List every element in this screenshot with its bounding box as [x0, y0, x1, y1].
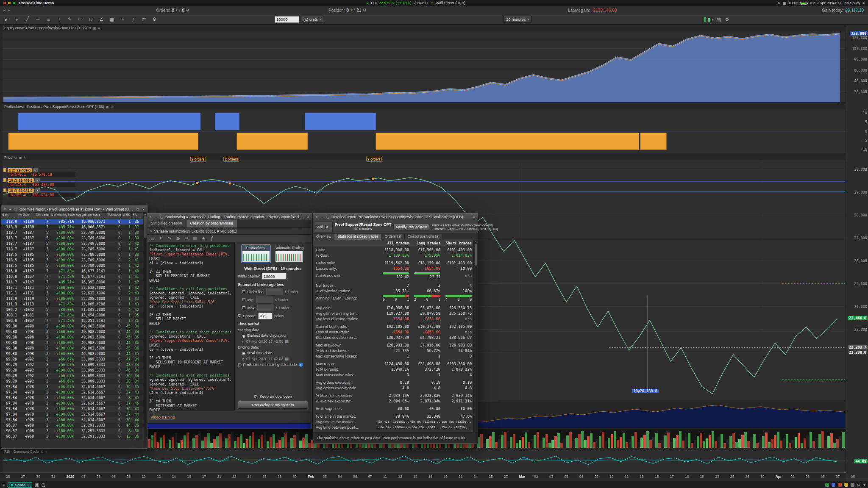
min-fee-input[interactable] — [256, 297, 273, 303]
positions-chart[interactable] — [3, 109, 845, 153]
share-button[interactable]: Share▴ — [8, 482, 32, 488]
gray-status-icon[interactable] — [851, 483, 854, 487]
collapse-icon[interactable]: − — [320, 215, 324, 219]
instrument-tab[interactable]: Wall St... — [315, 222, 333, 233]
settings-icon[interactable]: ⚙ — [14, 156, 17, 160]
minimize-window-icon[interactable] — [8, 2, 11, 4]
close-position-button[interactable]: × — [35, 178, 40, 183]
position-size-price[interactable]: 1 @ 29,489.6 — [8, 168, 32, 172]
text-tool[interactable]: T — [55, 15, 64, 23]
optimize-row[interactable]: 118.9+11897+85.71%16,986.85710137 — [1, 225, 143, 230]
equity-curve-chart[interactable] — [3, 31, 845, 103]
optimize-column-header[interactable]: Gain — [1, 213, 18, 219]
optimize-row[interactable]: 99.29+9923+66.67%33,099.333304734 — [1, 357, 143, 362]
position-settings-icon[interactable]: ⚙ — [363, 8, 366, 12]
yellow-status-icon[interactable] — [844, 483, 848, 487]
report-tab[interactable]: Closed positions list — [405, 234, 443, 240]
position-size-price[interactable]: 10 @ 29,021.9 — [8, 189, 34, 193]
info-icon[interactable]: i — [299, 363, 303, 367]
time-axis[interactable]: 2527303120200305060810131416172122242728… — [0, 472, 846, 481]
settings-icon[interactable]: ⚙ — [857, 482, 861, 487]
optimize-column-header[interactable]: % Gain — [18, 213, 35, 219]
optimize-row[interactable]: 114.7+11477+85.71%16,392.00000142 — [1, 280, 143, 285]
chart-style-icon[interactable]: ▤ — [715, 16, 722, 24]
optimize-row[interactable]: 97.84+9783+100.00%32,614.666703643 — [1, 406, 143, 412]
close-position-button[interactable]: × — [35, 188, 40, 193]
start-custom-date-radio[interactable]: ○ — [242, 339, 245, 344]
close-icon[interactable]: × — [45, 450, 47, 454]
earliest-date-radio[interactable]: ◉ — [242, 333, 245, 338]
optimize-row[interactable]: 99.29+9923+66.67%33,099.333303634 — [1, 373, 143, 379]
realtime-date-radio[interactable]: ◉ — [242, 351, 245, 355]
popout-icon[interactable]: ▢ — [326, 215, 330, 219]
candlestick-icon[interactable] — [708, 18, 710, 22]
quantity-input[interactable] — [275, 16, 299, 23]
control-center-icon[interactable]: ≡ — [862, 1, 865, 5]
tick-mode-checkbox[interactable]: ☐ — [238, 363, 242, 367]
chevron-down-icon[interactable]: ▾ — [712, 18, 714, 22]
optimize-row[interactable]: 113.1+11315+100.00%22,632.40000142 — [1, 285, 143, 291]
grid-tool[interactable]: ▦ — [108, 15, 117, 23]
menu-clock[interactable]: Tue 7 Apr 20:43:17 — [809, 1, 841, 5]
min-fee-checkbox[interactable]: ☐ — [242, 297, 246, 302]
optimize-row[interactable]: 97.84+9783+100.00%32,614.66670845 — [1, 395, 143, 401]
close-icon[interactable]: × — [98, 26, 100, 30]
optimize-table[interactable]: 118.9+11897+85.71%16,986.85710136118.9+1… — [1, 219, 143, 448]
position-size-price[interactable]: 10 @ 29,469.5 — [8, 178, 34, 183]
max-fee-checkbox[interactable]: ☐ — [242, 305, 246, 310]
function-icon[interactable]: ƒ — [208, 235, 216, 241]
optimize-row[interactable]: 118.5+11855+100.00%23,709.60000241 — [1, 258, 143, 263]
report-tab[interactable]: Statistics of closed trades — [334, 234, 381, 240]
pencil-tool[interactable]: ✎ — [65, 15, 74, 23]
close-icon[interactable]: × — [142, 207, 145, 211]
timeframe-select[interactable]: 10 minutes▾ — [504, 16, 531, 23]
chevron-down-icon[interactable]: ▾ — [351, 8, 352, 12]
chevron-down-icon[interactable]: ▾ — [863, 482, 865, 487]
optimize-row[interactable]: 99.80+9982+100.00%49,902.500004434 — [1, 329, 143, 335]
collapse-icon[interactable]: − — [154, 215, 158, 219]
workspace-icon[interactable]: ▢ — [41, 482, 45, 487]
backtesting-titlebar[interactable]: × − ▢ Backtesting & Automatic Trading - … — [147, 214, 312, 220]
modify-probacktest-button[interactable]: Modify ProBacktest — [393, 224, 429, 230]
settings-icon[interactable]: ⚙ — [88, 26, 91, 30]
chart-options-icon[interactable]: ⚙ — [724, 16, 731, 24]
horizontal-line-tool[interactable]: ─ — [33, 15, 42, 23]
optimize-row[interactable]: 99.29+9923+66.67%33,099.333303834 — [1, 379, 143, 384]
optimize-row[interactable]: 97.84+9783+100.00%32,614.666703743 — [1, 390, 143, 395]
rsi-dominant-cycle-chart[interactable] — [3, 450, 845, 472]
angle-tool[interactable]: ∠ — [97, 15, 106, 23]
duplicate-icon[interactable]: ▣ — [93, 26, 97, 30]
optimize-column-header[interactable]: Nbr trades — [35, 213, 50, 219]
popout-icon[interactable]: ▢ — [14, 207, 18, 211]
close-icon[interactable]: × — [3, 207, 7, 211]
order-fee-checkbox[interactable]: ☐ — [242, 289, 246, 294]
fibonacci-tool[interactable]: ≡ — [44, 15, 53, 23]
duplicate-icon[interactable]: ▣ — [19, 156, 22, 160]
optimize-row[interactable]: 97.84+9783+66.67%32,614.666703635 — [1, 384, 143, 390]
print-icon[interactable]: ▥ — [191, 235, 199, 241]
orders-summary[interactable]: Orders: 0 ▾ / 0 ⚙ — [156, 6, 189, 14]
new-file-icon[interactable]: ▤ — [149, 235, 156, 241]
optimize-column-header[interactable]: % of winning trades — [50, 213, 75, 219]
orders-settings-icon[interactable]: ⚙ — [186, 8, 189, 12]
optimize-row[interactable]: 118.9+11897+85.71%16,986.85710136 — [1, 219, 143, 225]
tab-probacktest[interactable]: ProBacktest — [241, 244, 271, 263]
crosshair-tool[interactable]: + — [12, 15, 21, 23]
settings-icon[interactable]: ⚙ — [41, 450, 44, 454]
user-name[interactable]: Ian Solley — [843, 1, 860, 5]
close-window-icon[interactable] — [3, 2, 6, 4]
compare-tool[interactable]: ⇄ — [139, 15, 148, 23]
probacktest-my-system-button[interactable]: ProBacktest my system — [238, 401, 308, 409]
comment-icon[interactable]: ✉ — [183, 235, 190, 241]
optimize-row[interactable]: 97.84+9783+100.00%32,614.666703644 — [1, 417, 143, 423]
calendar-icon[interactable]: ▦ — [285, 357, 289, 361]
wave-tool[interactable]: ≈ — [118, 15, 127, 23]
redo-icon[interactable]: ↷ — [166, 235, 173, 241]
zoom-icon[interactable]: ⊕ — [174, 235, 182, 241]
optimize-row[interactable]: 109.2+10925+80.00%21,845.20000442 — [1, 307, 143, 313]
menu-icon[interactable]: ≡ — [3, 482, 5, 487]
keep-window-checkbox[interactable]: ☑ — [254, 394, 258, 399]
duplicate-icon[interactable]: ▣ — [106, 105, 109, 109]
undo-icon[interactable]: ↶ — [157, 235, 165, 241]
spread-input[interactable] — [258, 313, 273, 319]
